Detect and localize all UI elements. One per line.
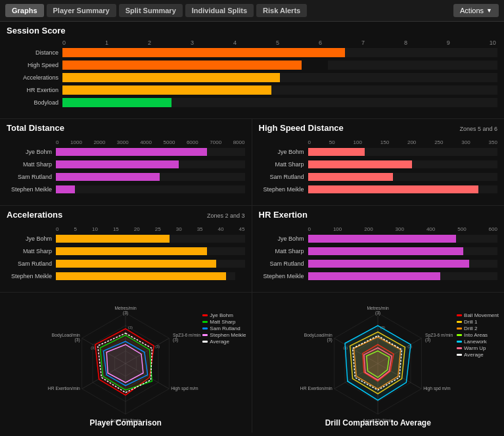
stephen-label: Stephen Meikle	[210, 332, 246, 338]
average-color	[202, 341, 208, 343]
legend-jye: Jye Bohm	[202, 312, 246, 318]
hs-matt: Matt Sharp	[259, 159, 498, 170]
player-comparison-panel: Jye Bohm Matt Sharp Sam Rutland Stephen …	[0, 293, 252, 433]
hr-matt: Matt Sharp	[259, 246, 498, 256]
svg-text:(3): (3)	[375, 310, 380, 316]
accelerations-panel: Accelerations Zones 2 and 3 051015202530…	[0, 206, 252, 292]
tab-split-summary[interactable]: Split Summary	[119, 4, 183, 17]
hr-exertion-title: HR Exertion	[259, 210, 308, 220]
hs-jye: Jye Bohm	[259, 147, 498, 157]
axis-7: 7	[361, 39, 365, 46]
acc-jye: Jye Bohm	[7, 233, 245, 244]
matt-label: Matt Sharp	[210, 319, 235, 325]
legend-drill2: Drill 2	[457, 326, 499, 331]
svg-text:(3): (3)	[91, 346, 95, 350]
sam-color	[202, 327, 208, 329]
high-speed-panel: High Speed Distance Zones 5 and 6 050100…	[252, 119, 505, 205]
lanework-label: Lanework	[464, 339, 487, 345]
tab-risk-alerts[interactable]: Risk Alerts	[256, 4, 307, 17]
svg-text:(3): (3)	[173, 337, 178, 343]
hs-stephen: Stephen Meikle	[259, 184, 498, 195]
svg-text:(3): (3)	[425, 337, 430, 343]
radar-section: Jye Bohm Matt Sharp Sam Rutland Stephen …	[0, 293, 504, 433]
axis-4: 4	[233, 39, 237, 46]
acc-stephen: Stephen Meikle	[7, 271, 245, 281]
axis-5: 5	[276, 39, 279, 46]
high-speed-title: High Speed Distance	[259, 123, 344, 133]
legend-drill1: Drill 1	[457, 319, 499, 325]
drill-comparison-panel: Ball Movement Drill 1 Drill 2 Into Areas…	[252, 293, 505, 433]
drill2-color	[457, 327, 462, 329]
acc-matt: Matt Sharp	[7, 246, 245, 256]
svg-text:High spd m/m: High spd m/m	[423, 386, 451, 391]
axis-1: 1	[105, 39, 108, 46]
jye-label: Jye Bohm	[210, 312, 233, 318]
drill1-color	[457, 321, 462, 323]
legend-matt: Matt Sharp	[202, 319, 246, 325]
axis-9: 9	[447, 39, 450, 46]
tab-graphs[interactable]: Graphs	[5, 4, 44, 17]
axis-3: 3	[191, 39, 194, 46]
hr-exertion-panel: HR Exertion 0100200300400500600 Jye Bohm…	[252, 206, 505, 292]
legend-drill-average: Average	[457, 352, 499, 358]
svg-text:(3): (3)	[155, 345, 160, 349]
session-bar-accelerations: Accelerations	[7, 72, 497, 83]
drill-average-label: Average	[464, 352, 484, 358]
drill2-label: Drill 2	[464, 326, 477, 331]
ball-movement-color	[457, 314, 462, 316]
session-bar-distance: Distance	[7, 47, 497, 58]
svg-text:HR Exertion/min: HR Exertion/min	[48, 386, 80, 391]
total-distance-panel: Total Distance 0100020003000400050006000…	[0, 119, 252, 205]
axis-8: 8	[404, 39, 407, 46]
drill-radar-svg: Metres/min (3) SpZ3-6 m/min (3) High spd…	[296, 298, 460, 423]
session-score-title: Session Score	[7, 26, 497, 36]
legend-into-areas: Into Areas	[457, 332, 499, 338]
td-matt: Matt Sharp	[7, 159, 245, 170]
player-legend: Jye Bohm Matt Sharp Sam Rutland Stephen …	[202, 312, 246, 345]
matt-color	[202, 321, 208, 323]
svg-text:(3): (3)	[75, 337, 80, 343]
accelerations-subtitle: Zones 2 and 3	[207, 212, 245, 219]
svg-text:(3): (3)	[128, 326, 133, 329]
jye-color	[202, 314, 208, 316]
legend-sam: Sam Rutland	[202, 326, 246, 331]
axis-2: 2	[148, 39, 151, 46]
session-bar-highspeed: High Speed	[7, 60, 497, 70]
warmup-color	[457, 347, 462, 349]
average-label: Average	[210, 339, 229, 345]
into-areas-color	[457, 334, 462, 336]
hr-jye: Jye Bohm	[259, 233, 498, 244]
actions-button[interactable]: Actions	[453, 4, 499, 17]
into-areas-label: Into Areas	[464, 332, 488, 338]
row-two-charts: Total Distance 0100020003000400050006000…	[0, 119, 504, 206]
svg-text:(3): (3)	[327, 337, 332, 343]
total-distance-title: Total Distance	[7, 123, 64, 133]
main-content: Session Score 0 1 2 3 4 5 6 7 8 9 10 Dis…	[0, 22, 504, 433]
stephen-color	[202, 334, 208, 336]
tab-individual-splits[interactable]: Individual Splits	[185, 4, 254, 17]
lanework-color	[457, 341, 462, 343]
player-radar-svg: Metres/min (3) SpZ3-6 m/min (3) High spd…	[43, 298, 208, 423]
td-jye: Jye Bohm	[7, 147, 245, 157]
high-speed-subtitle: Zones 5 and 6	[459, 126, 497, 132]
svg-text:(3): (3)	[123, 310, 128, 316]
drill-average-color	[457, 354, 462, 356]
axis-0: 0	[62, 39, 66, 46]
hr-stephen: Stephen Meikle	[259, 271, 498, 281]
svg-text:High spd m/m: High spd m/m	[171, 386, 198, 391]
accelerations-title: Accelerations	[7, 210, 62, 220]
td-sam: Sam Rutland	[7, 172, 245, 182]
drill1-label: Drill 1	[464, 319, 477, 325]
drill-comparison-title: Drill Comparison to Average	[325, 418, 431, 427]
legend-stephen: Stephen Meikle	[202, 332, 246, 338]
hs-sam: Sam Rutland	[259, 172, 498, 182]
session-bar-hrexertion: HR Exertion	[7, 85, 497, 95]
warmup-label: Warm Up	[464, 345, 486, 351]
axis-6: 6	[319, 39, 322, 46]
legend-lanework: Lanework	[457, 339, 499, 345]
top-navigation: Graphs Player Summary Split Summary Indi…	[0, 0, 504, 22]
row-three-charts: Accelerations Zones 2 and 3 051015202530…	[0, 206, 504, 293]
legend-average: Average	[202, 339, 246, 345]
session-bar-bodyload: Bodyload	[7, 97, 497, 108]
tab-player-summary[interactable]: Player Summary	[47, 4, 116, 17]
